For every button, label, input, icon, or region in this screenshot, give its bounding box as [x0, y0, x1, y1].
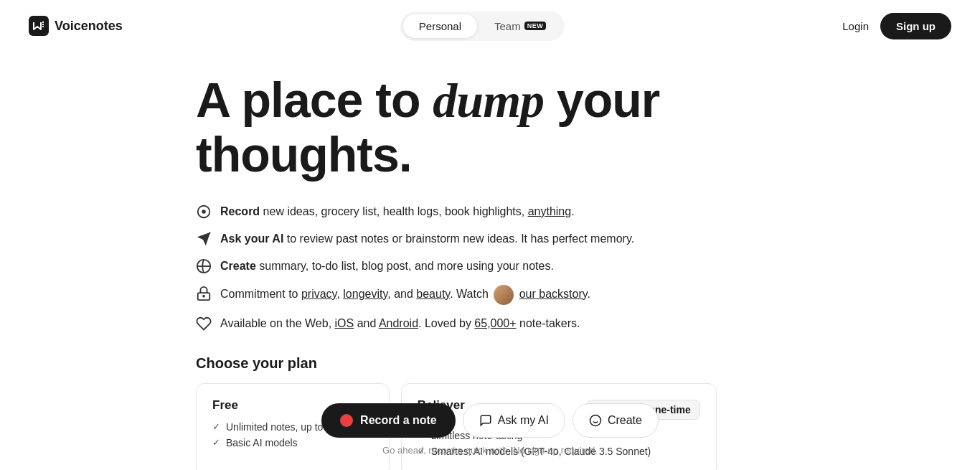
- choose-plan-heading: Choose your plan: [196, 355, 784, 372]
- ask-ai-icon: [196, 231, 212, 247]
- feature-ask-ai-text: Ask your AI to review past notes or brai…: [220, 230, 634, 248]
- create-label: Create: [608, 414, 642, 427]
- backstory-avatar: [494, 285, 514, 305]
- beauty-link[interactable]: beauty: [416, 288, 450, 300]
- chat-icon: [479, 414, 492, 427]
- header-actions: Login Sign up: [842, 13, 951, 39]
- free-feature-2: ✓ Basic AI models: [212, 437, 373, 448]
- backstory-link[interactable]: our backstory: [519, 288, 588, 300]
- svg-marker-7: [197, 232, 210, 245]
- feature-record-text: Record new ideas, grocery list, health l…: [220, 203, 575, 220]
- site-header: Voicenotes Personal Team NEW Login Sign …: [0, 0, 980, 52]
- create-icon: [196, 258, 212, 274]
- hero-title: A place to dump your thoughts.: [196, 73, 784, 182]
- feature-privacy: Commitment to privacy, longevity, and be…: [196, 285, 784, 305]
- check-icon-1: ✓: [212, 421, 220, 432]
- record-note-button[interactable]: Record a note: [321, 403, 456, 438]
- hero-title-prefix: A place to: [196, 72, 433, 127]
- create-btn-icon: [589, 414, 602, 427]
- tab-personal[interactable]: Personal: [403, 14, 477, 38]
- privacy-link[interactable]: privacy: [301, 288, 337, 300]
- ios-link[interactable]: iOS: [335, 317, 354, 329]
- svg-point-5: [202, 210, 206, 214]
- user-count: 65,000+: [474, 317, 516, 329]
- logo-icon: [29, 16, 49, 36]
- new-badge: NEW: [524, 22, 547, 30]
- record-dot-icon: [340, 414, 353, 427]
- record-label: Record a note: [360, 414, 437, 427]
- svg-rect-0: [29, 16, 49, 36]
- feature-ask-ai: Ask your AI to review past notes or brai…: [196, 230, 784, 248]
- feature-available-text: Available on the Web, iOS and Android. L…: [220, 315, 580, 332]
- check-icon-4: ✓: [418, 446, 425, 456]
- ask-label: Ask my AI: [498, 414, 549, 427]
- tab-team[interactable]: Team NEW: [479, 14, 562, 38]
- heart-icon: [196, 316, 212, 332]
- signup-button[interactable]: Sign up: [880, 13, 951, 39]
- hero-title-italic: dump: [433, 73, 544, 128]
- tab-team-label: Team: [494, 20, 521, 32]
- privacy-icon: [196, 286, 212, 301]
- record-icon: [196, 204, 212, 220]
- feature-create-text: Create summary, to-do list, blog post, a…: [220, 258, 554, 275]
- logo-text: Voicenotes: [55, 19, 123, 34]
- logo[interactable]: Voicenotes: [29, 16, 123, 36]
- feature-privacy-text: Commitment to privacy, longevity, and be…: [220, 285, 590, 305]
- longevity-link[interactable]: longevity: [343, 288, 387, 300]
- android-link[interactable]: Android: [379, 317, 418, 329]
- create-button[interactable]: Create: [573, 403, 659, 438]
- ask-ai-button[interactable]: Ask my AI: [463, 403, 565, 438]
- believer-feature-2: ✓ Smartest AI models (GPT-4o, Claude 3.5…: [418, 446, 700, 457]
- bottom-actions: Record a note Ask my AI Create: [321, 403, 659, 438]
- feature-create: Create summary, to-do list, blog post, a…: [196, 258, 784, 275]
- svg-point-9: [203, 295, 204, 296]
- check-icon-2: ✓: [212, 437, 220, 448]
- feature-available: Available on the Web, iOS and Android. L…: [196, 315, 784, 332]
- anything-link[interactable]: anything: [528, 205, 572, 217]
- login-button[interactable]: Login: [842, 20, 869, 32]
- feature-list: Record new ideas, grocery list, health l…: [196, 203, 784, 332]
- plan-tab-toggle: Personal Team NEW: [400, 11, 565, 41]
- feature-record: Record new ideas, grocery list, health l…: [196, 203, 784, 220]
